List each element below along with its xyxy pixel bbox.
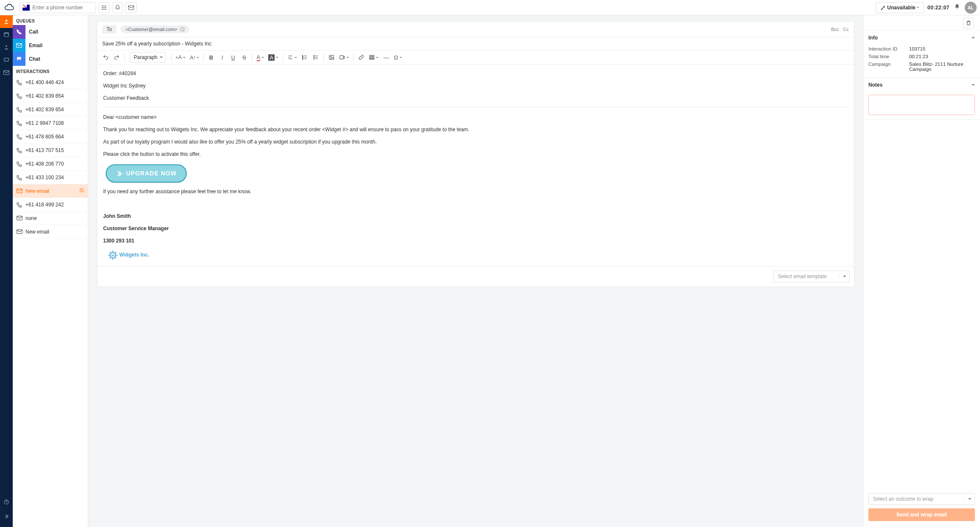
horizontal-rule-button[interactable]: — [381, 52, 391, 62]
body-company-line: Widget Inc Sydney [103, 82, 848, 90]
queue-call[interactable]: Call [13, 25, 88, 39]
email-body[interactable]: Order: #40284 Widget Inc Sydney Customer… [97, 65, 854, 266]
svg-point-2 [10, 9, 10, 10]
svg-rect-31 [340, 56, 343, 59]
interaction-item[interactable]: +61 402 839 654 [13, 89, 88, 103]
phone-input-wrapper[interactable] [20, 2, 96, 13]
remove-recipient-icon[interactable]: ✕ [180, 27, 185, 32]
interaction-item[interactable]: +61 413 707 515 [13, 144, 88, 157]
queue-email-icon [13, 39, 25, 52]
redo-button[interactable] [112, 52, 122, 62]
subject-field[interactable]: Save 25% off a yearly subscription - Wid… [97, 37, 854, 51]
special-char-button[interactable]: Ω [392, 52, 404, 62]
user-avatar[interactable]: AL [965, 2, 977, 14]
queue-chat[interactable]: Chat [13, 52, 88, 66]
outcome-placeholder: Select an outcome to wrap [869, 496, 964, 502]
wrap-icon[interactable] [79, 187, 84, 194]
nav-expand[interactable] [0, 510, 13, 523]
nav-messages[interactable] [0, 54, 13, 66]
link-button[interactable] [356, 52, 366, 62]
text-color-button[interactable]: A [255, 52, 266, 62]
interaction-item[interactable]: +61 400 446 424 [13, 76, 88, 89]
svg-text:W: W [111, 254, 115, 257]
nav-contacts[interactable] [0, 41, 13, 54]
svg-point-10 [104, 8, 104, 9]
svg-point-6 [102, 7, 103, 8]
interaction-label: New email [25, 188, 79, 194]
phone-icon [16, 106, 23, 113]
outcome-select[interactable]: Select an outcome to wrap [868, 493, 975, 505]
bold-button[interactable]: B [206, 52, 216, 62]
svg-point-1 [8, 9, 9, 10]
interaction-item[interactable]: New email [13, 184, 88, 198]
body-para-2: As part of our loyalty program I would a… [103, 138, 848, 146]
info-section: Info Interaction ID103715 Total time00:2… [863, 31, 980, 78]
interaction-label: +61 418 499 242 [25, 202, 84, 208]
phone-input[interactable] [32, 5, 93, 11]
svg-point-30 [330, 56, 331, 57]
interaction-item[interactable]: New email [13, 225, 88, 239]
notifications-button[interactable] [112, 2, 123, 13]
cc-toggle[interactable]: Cc [843, 27, 849, 32]
interaction-label: +61 478 805 664 [25, 134, 84, 140]
italic-button[interactable]: I [217, 52, 227, 62]
nav-mail[interactable] [0, 66, 13, 79]
notes-textarea[interactable] [868, 95, 975, 115]
nav-agent[interactable] [0, 15, 13, 28]
recipient-chip[interactable]: <Customer@email.com> ✕ [121, 25, 189, 33]
ordered-list-button[interactable]: 123 [300, 52, 310, 62]
interaction-item[interactable]: +61 402 839 654 [13, 103, 88, 116]
strikethrough-button[interactable]: S [239, 52, 250, 62]
phone-icon [16, 147, 23, 154]
underline-button[interactable]: U [228, 52, 239, 62]
agent-status-dropdown[interactable]: Unavailable [876, 2, 924, 13]
queue-email-label: Email [25, 42, 42, 48]
queue-call-icon [13, 25, 25, 39]
delete-button[interactable] [963, 17, 974, 28]
table-button[interactable] [367, 52, 380, 62]
upgrade-now-button[interactable]: UPGRADE NOW [106, 164, 187, 182]
info-campaign-label: Campaign [868, 62, 909, 72]
phone-icon [16, 174, 23, 181]
right-panel: Info Interaction ID103715 Total time00:2… [863, 15, 980, 527]
bcc-toggle[interactable]: Bcc [831, 27, 839, 32]
queue-email[interactable]: Email [13, 39, 88, 52]
body-divider [103, 107, 848, 107]
svg-point-8 [105, 7, 106, 8]
undo-button[interactable] [101, 52, 111, 62]
align-button[interactable] [286, 52, 299, 62]
block-format-select[interactable]: Paragraph [130, 52, 166, 62]
interaction-label: New email [25, 229, 84, 235]
highlight-button[interactable]: A [267, 52, 280, 62]
font-case-button[interactable]: AI [188, 52, 200, 62]
svg-rect-29 [329, 55, 334, 59]
interaction-item[interactable]: +61 408 206 770 [13, 157, 88, 171]
info-header[interactable]: Info [863, 31, 980, 45]
email-button[interactable] [126, 2, 137, 13]
info-title: Info [868, 35, 878, 41]
dialpad-button[interactable] [98, 2, 110, 13]
interaction-item[interactable]: +61 418 499 242 [13, 198, 88, 211]
interaction-item[interactable]: +61 433 100 234 [13, 171, 88, 184]
nav-calendar[interactable] [0, 28, 13, 41]
phone-icon [16, 79, 23, 86]
media-button[interactable] [337, 52, 351, 62]
unordered-list-button[interactable] [311, 52, 321, 62]
interaction-label: +61 413 707 515 [25, 147, 84, 153]
font-size-button[interactable]: AA [174, 52, 187, 62]
chevron-down-icon [964, 498, 974, 500]
nav-help[interactable] [0, 496, 13, 508]
email-template-select[interactable]: Select email template [773, 271, 850, 282]
body-topic-line: Customer Feedback [103, 94, 848, 102]
interaction-label: none [25, 215, 84, 221]
image-button[interactable] [326, 52, 337, 62]
send-wrap-button[interactable]: Send and wrap email [868, 508, 975, 521]
alerts-bell-icon[interactable] [954, 3, 960, 11]
sig-phone: 1300 293 101 [103, 238, 134, 244]
interaction-item[interactable]: +61 2 9947 7108 [13, 116, 88, 130]
interaction-item[interactable]: none [13, 211, 88, 225]
phone-icon [16, 133, 23, 140]
interaction-item[interactable]: +61 478 805 664 [13, 130, 88, 144]
notes-header[interactable]: Notes [863, 78, 980, 92]
right-panel-footer: Select an outcome to wrap Send and wrap … [863, 489, 980, 527]
